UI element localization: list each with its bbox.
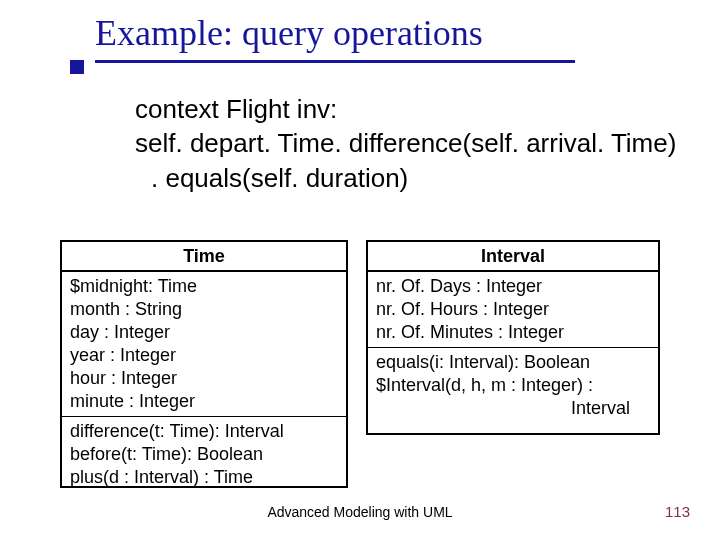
uml-op-return: Interval (376, 397, 650, 420)
uml-attr: nr. Of. Minutes : Integer (376, 321, 650, 344)
slide-title: Example: query operations (95, 12, 575, 54)
body-line-2: self. depart. Time. difference(self. arr… (135, 126, 676, 160)
uml-op: plus(d : Interval) : Time (70, 466, 338, 489)
body-line-1: context Flight inv: (135, 94, 337, 124)
uml-class-interval-ops: equals(i: Interval): Boolean $Interval(d… (368, 347, 658, 423)
uml-class-interval: Interval nr. Of. Days : Integer nr. Of. … (366, 240, 660, 435)
uml-op: equals(i: Interval): Boolean (376, 351, 650, 374)
body-text: context Flight inv: self. depart. Time. … (135, 92, 676, 195)
uml-op: before(t: Time): Boolean (70, 443, 338, 466)
uml-class-time: Time $midnight: Time month : String day … (60, 240, 348, 488)
uml-op: difference(t: Time): Interval (70, 420, 338, 443)
uml-attr: month : String (70, 298, 338, 321)
uml-attr: nr. Of. Days : Integer (376, 275, 650, 298)
uml-class-interval-attrs: nr. Of. Days : Integer nr. Of. Hours : I… (368, 272, 658, 347)
body-line-3: . equals(self. duration) (135, 161, 676, 195)
uml-attr: year : Integer (70, 344, 338, 367)
uml-class-time-attrs: $midnight: Time month : String day : Int… (62, 272, 346, 416)
uml-op: $Interval(d, h, m : Integer) : (376, 374, 650, 397)
title-underline (95, 60, 575, 63)
uml-class-time-name: Time (62, 242, 346, 272)
footer-center: Advanced Modeling with UML (0, 504, 720, 520)
uml-attr: hour : Integer (70, 367, 338, 390)
page-number: 113 (665, 503, 690, 520)
uml-attr: $midnight: Time (70, 275, 338, 298)
uml-attr: day : Integer (70, 321, 338, 344)
uml-attr: nr. Of. Hours : Integer (376, 298, 650, 321)
title-bullet-icon (70, 60, 84, 74)
title-area: Example: query operations (95, 12, 575, 63)
uml-attr: minute : Integer (70, 390, 338, 413)
uml-class-interval-name: Interval (368, 242, 658, 272)
uml-area: Time $midnight: Time month : String day … (60, 240, 670, 490)
slide: Example: query operations context Flight… (0, 0, 720, 540)
uml-class-time-ops: difference(t: Time): Interval before(t: … (62, 416, 346, 492)
